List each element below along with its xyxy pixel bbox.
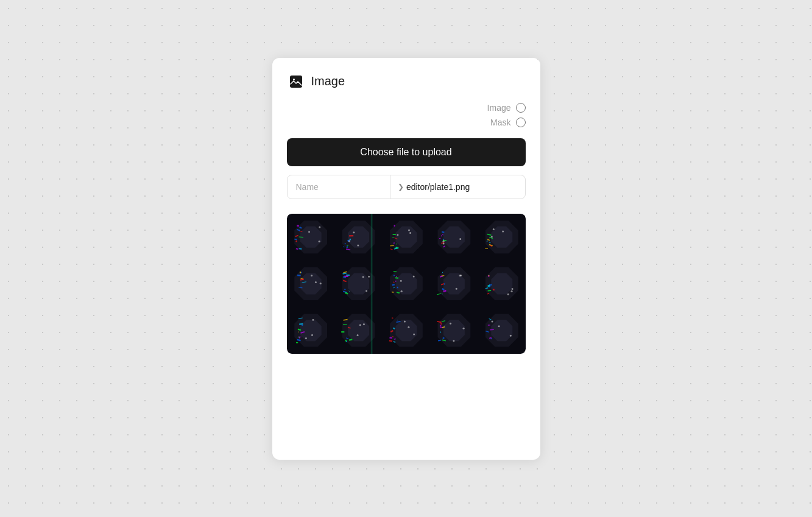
svg-point-1 (293, 79, 295, 80)
radio-mask[interactable]: Mask (490, 118, 525, 127)
name-row: Name ❯ editor/plate1.png (287, 175, 526, 199)
name-value-cell[interactable]: ❯ editor/plate1.png (390, 176, 525, 198)
radio-mask-label: Mask (490, 118, 510, 127)
image-icon (287, 72, 305, 91)
image-upload-card: Image Image Mask Choose file to upload N… (272, 58, 540, 460)
name-label: Name (288, 176, 390, 198)
card-header: Image (287, 72, 526, 91)
image-preview (287, 214, 526, 354)
preview-canvas (287, 214, 526, 354)
radio-mask-input[interactable] (516, 118, 526, 127)
radio-image[interactable]: Image (487, 103, 526, 113)
choose-file-button[interactable]: Choose file to upload (287, 138, 526, 166)
radio-image-input[interactable] (516, 103, 526, 113)
file-name-value: editor/plate1.png (406, 182, 470, 192)
chevron-down-icon: ❯ (398, 183, 404, 191)
radio-image-label: Image (487, 103, 511, 113)
radio-group: Image Mask (287, 103, 526, 127)
page-title: Image (311, 74, 345, 88)
svg-rect-0 (290, 76, 302, 88)
